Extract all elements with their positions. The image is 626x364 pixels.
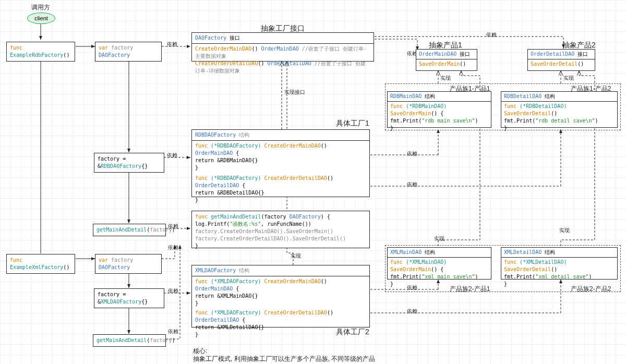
order-main-dao-node: OrderMainDAO 接口 SaveOrderMain() bbox=[416, 49, 477, 71]
assign-rdb-node: factory = &RDBDAOFactory{} bbox=[94, 153, 164, 173]
example-xml-node: func ExampleXmlFactory() bbox=[6, 254, 75, 274]
var-factory-2-node: var factory DAOFactory bbox=[95, 254, 162, 274]
client-node: client bbox=[27, 13, 55, 24]
xml-detail-dao-node: XMLDetailDAO 结构 func (*XMLDetailDAO) Sav… bbox=[501, 247, 618, 280]
impl-label-5: 实现 bbox=[559, 227, 570, 234]
getmain-2-node: getMainAndDetail(factory) bbox=[93, 334, 166, 347]
dep-label-8: 依赖 bbox=[486, 31, 497, 39]
caller-label: 调用方 bbox=[31, 3, 50, 12]
impl-if-label: 实现接口 bbox=[284, 89, 305, 96]
concrete-factory1-label: 具体工厂1 bbox=[336, 119, 369, 128]
dep-label-2: 依赖 bbox=[167, 152, 177, 159]
assign-xml-node: factory = &XMLDAOFactory{} bbox=[94, 288, 164, 308]
impl-label-4: 实现 bbox=[434, 235, 444, 242]
getmain-1-node: getMainAndDetail(factory) bbox=[93, 224, 166, 236]
dep-label-10: 依赖 bbox=[407, 181, 417, 188]
xml-main-dao-node: XMLMainDAO 结构 func (*XMLMainDAO) SaveOrd… bbox=[387, 247, 491, 280]
dep-label-1: 依赖 bbox=[167, 41, 177, 48]
rdb-detail-dao-node: RDBDetailDAO 结构 func (*RDBDetailDAO) Sav… bbox=[501, 91, 618, 128]
dep-label-6: 依赖 bbox=[168, 328, 178, 335]
impl-label-1: 实现 bbox=[291, 252, 301, 260]
order-detail-dao-node: OrderDetailDAO 接口 SaveOrderDetail() bbox=[527, 49, 595, 71]
var-factory-1-node: var factory DAOFactory bbox=[95, 42, 162, 62]
rdb-factory-node: RDBDAOFactory 结构 func (*RDBDAOFactory) C… bbox=[191, 129, 370, 197]
getmain-fn-node: func getMainAndDetail(factory DAOFactory… bbox=[191, 211, 370, 248]
dep-label-9: 依赖 bbox=[407, 150, 417, 157]
impl-label-2: 实现 bbox=[440, 75, 451, 82]
dep-label-12: 依赖 bbox=[407, 308, 417, 315]
core-text-2: 抽象工厂模式, 利用抽象工厂可以生产多个产品族, 不同等级的产品 bbox=[193, 355, 375, 363]
example-rdb-node: func ExampleRdbFactory() bbox=[6, 42, 75, 62]
dep-label-5: 依赖 bbox=[168, 287, 178, 295]
impl-label-3: 实现 bbox=[563, 75, 574, 82]
rdb-main-dao-node: RDBMainDAO 结构 func (*RDBMainDAO) SaveOrd… bbox=[387, 91, 491, 128]
dep-label-4: 依赖 bbox=[168, 244, 178, 251]
dao-factory-node: DAOFactory 接口 CreateOrderMainDAO() Order… bbox=[191, 32, 374, 62]
xml-factory-node: XMLDAOFactory 结构 func (*XMLDAOFactory) C… bbox=[191, 265, 370, 327]
